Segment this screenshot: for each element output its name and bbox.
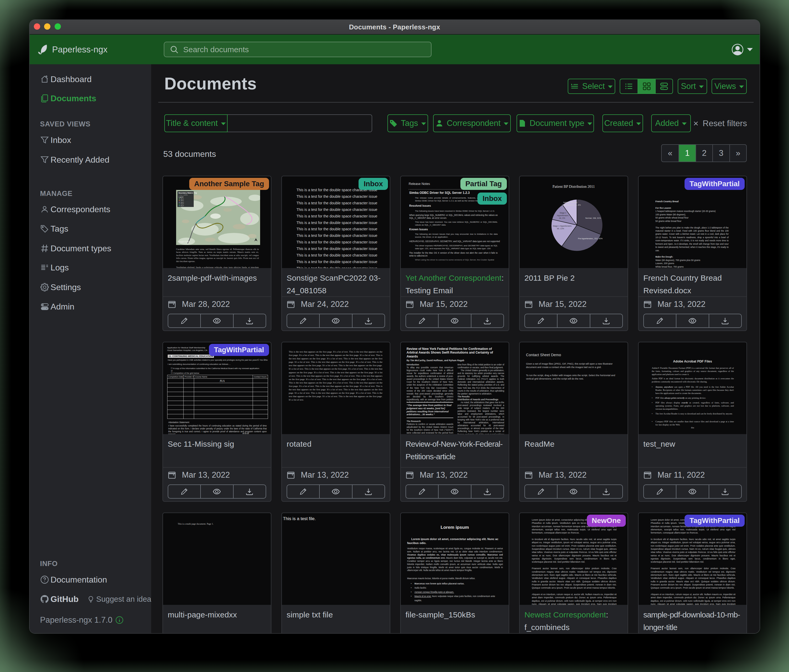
- svg-text:Legend: Legend: [179, 196, 183, 198]
- svg-text:Stage 1 Hypertension,: Stage 1 Hypertension,: [553, 225, 572, 227]
- svg-text:Stage 2: Stage 2: [560, 212, 566, 214]
- svg-text:Isolated Systolic: Isolated Systolic: [563, 201, 577, 204]
- svg-text:44, 9%: 44, 9%: [559, 217, 565, 219]
- svg-text:N\A: N\A: [219, 379, 225, 383]
- svg-text:6x days in BWCA: 6x days in BWCA: [179, 194, 187, 196]
- svg-text:Pre-hypertension,, 212, 42%: Pre-hypertension,, 212, 42%: [578, 237, 603, 240]
- svg-text:Normal, 158, 31%: Normal, 158, 31%: [585, 217, 601, 219]
- svg-text:Provider #: Provider #: [185, 376, 194, 378]
- svg-text:Day 4: Day 4: [180, 203, 184, 205]
- svg-text:Boundary Waters Trip: Boundary Waters Trip: [179, 192, 197, 194]
- svg-text:©2021 Google: ©2021 Google: [178, 244, 184, 244]
- svg-text:Contact Hours: Contact Hours: [254, 376, 267, 378]
- svg-text:Google Earth: Google Earth: [178, 240, 190, 243]
- svg-text:Day 1: Day 1: [180, 198, 184, 200]
- svg-text:Course Name: Course Name: [195, 376, 208, 378]
- svg-text:Hypertension,: Hypertension,: [557, 214, 569, 217]
- svg-text:Day 5: Day 5: [180, 205, 184, 206]
- svg-text:Day 3: Day 3: [180, 202, 184, 203]
- svg-text:Hypertension, 31, 6%: Hypertension, 31, 6%: [562, 204, 581, 206]
- svg-text:Day 2: Day 2: [180, 200, 184, 201]
- svg-text:Completion Date: Completion Date: [168, 376, 183, 378]
- svg-text:65, 13%: 65, 13%: [557, 228, 564, 230]
